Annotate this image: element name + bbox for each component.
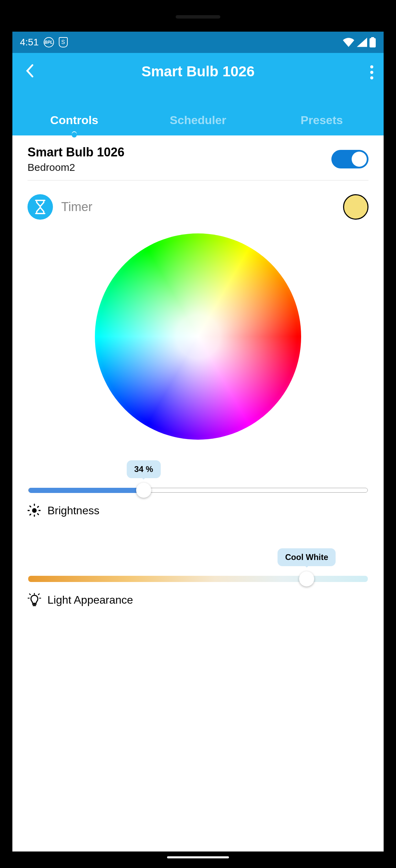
lightbulb-icon [28, 593, 41, 607]
tab-controls[interactable]: Controls [12, 105, 136, 135]
signal-icon [357, 37, 367, 47]
content-area: Smart Bulb 1026 Bedroom2 Timer [12, 135, 384, 851]
timer-button[interactable]: Timer [28, 194, 92, 220]
tab-scheduler[interactable]: Scheduler [136, 105, 260, 135]
brightness-slider[interactable] [28, 488, 368, 493]
tab-presets[interactable]: Presets [260, 105, 384, 135]
app-bar: Smart Bulb 1026 [12, 53, 384, 105]
speaker-slot [176, 15, 220, 19]
appearance-value-tooltip: Cool White [278, 548, 336, 566]
tab-label: Scheduler [170, 113, 226, 127]
active-tab-indicator [72, 133, 77, 138]
slider-fill [29, 488, 144, 493]
brightness-section: 34 % Brightness [28, 460, 368, 517]
hourglass-icon [28, 194, 53, 220]
appearance-section: Cool White Light Appearance [28, 548, 368, 607]
wifi-icon [342, 37, 355, 47]
status-badge-bpl-icon: BPL [44, 37, 54, 47]
brightness-value-tooltip: 34 % [127, 460, 161, 478]
brightness-icon [28, 504, 41, 517]
appearance-slider[interactable] [28, 576, 368, 582]
svg-line-14 [30, 594, 31, 595]
svg-rect-1 [371, 37, 374, 39]
slider-thumb[interactable] [299, 571, 314, 586]
svg-point-2 [32, 508, 36, 513]
current-color-swatch[interactable] [343, 194, 368, 220]
device-frame: 4:51 BPL S Smart Bulb 1026 [0, 0, 396, 868]
status-badge-shield-icon: S [59, 37, 68, 47]
power-toggle[interactable] [331, 150, 368, 168]
battery-icon [369, 37, 376, 47]
device-room: Bedroom2 [28, 162, 124, 173]
status-bar: 4:51 BPL S [12, 32, 384, 53]
page-title: Smart Bulb 1026 [141, 63, 254, 80]
slider-tooltip-wrap: Cool White [28, 548, 368, 572]
timer-row: Timer [28, 180, 368, 223]
svg-line-7 [30, 506, 31, 507]
chevron-left-icon [25, 64, 34, 78]
slider-thumb[interactable] [136, 483, 151, 498]
color-wheel-container [28, 223, 368, 460]
svg-line-15 [38, 594, 40, 595]
svg-line-9 [30, 514, 31, 515]
device-header: Smart Bulb 1026 Bedroom2 [28, 135, 368, 180]
status-left: 4:51 BPL S [20, 37, 68, 48]
tab-label: Controls [50, 113, 98, 127]
brightness-label-row: Brightness [28, 504, 368, 517]
tab-bar: Controls Scheduler Presets [12, 105, 384, 135]
timer-label: Timer [61, 200, 92, 214]
svg-line-10 [38, 506, 39, 507]
dot-icon [370, 65, 373, 68]
status-right [342, 37, 376, 47]
slider-tooltip-wrap: 34 % [28, 460, 368, 484]
dot-icon [370, 71, 373, 74]
back-button[interactable] [21, 63, 38, 79]
status-time: 4:51 [20, 37, 39, 48]
device-info: Smart Bulb 1026 Bedroom2 [28, 145, 124, 173]
tab-label: Presets [301, 113, 343, 127]
color-wheel-picker[interactable] [95, 233, 301, 440]
appearance-label: Light Appearance [47, 594, 133, 606]
svg-rect-0 [370, 38, 376, 47]
appearance-label-row: Light Appearance [28, 593, 368, 607]
dot-icon [370, 76, 373, 79]
svg-line-8 [38, 514, 39, 515]
device-name: Smart Bulb 1026 [28, 145, 124, 160]
screen: 4:51 BPL S Smart Bulb 1026 [12, 32, 384, 851]
brightness-label: Brightness [47, 504, 99, 517]
toggle-knob [352, 152, 367, 167]
home-indicator[interactable] [167, 856, 229, 858]
overflow-menu-button[interactable] [370, 65, 373, 79]
